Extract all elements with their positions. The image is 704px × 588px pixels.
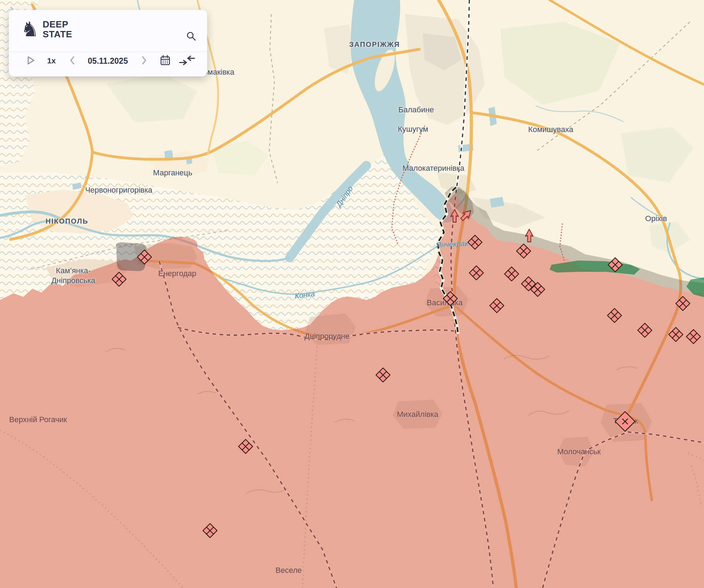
battle-marker[interactable] [137,250,152,264]
play-button[interactable] [26,55,36,68]
battle-marker[interactable] [686,330,700,344]
marker-layer [0,0,704,588]
chevron-left-icon [69,56,75,65]
battle-marker-single[interactable] [615,412,635,431]
play-icon [27,56,35,65]
logo-line2: STATE [43,29,72,39]
battle-marker[interactable] [239,439,253,453]
timeline-controls: 1x 05.11.2025 [9,51,207,76]
battle-marker[interactable] [112,272,126,286]
battle-marker[interactable] [669,327,683,342]
calendar-button[interactable] [159,54,172,69]
speed-button[interactable]: 1x [46,55,57,67]
deepstate-logo[interactable]: ♞ DEEP STATE [21,18,72,40]
battle-marker[interactable] [676,296,690,311]
control-panel: ♞ DEEP STATE 1x [9,10,207,76]
battle-marker[interactable] [638,323,652,337]
search-icon [186,31,197,42]
battle-marker[interactable] [469,266,483,280]
battle-marker[interactable] [468,235,482,249]
battle-marker[interactable] [490,299,504,313]
deepstate-map-app: ЗАПОРІЖЖЯБалабинеКушугумМалокатеринівкаК… [0,0,704,588]
calendar-icon [160,55,171,66]
search-button[interactable] [185,30,197,43]
battle-marker[interactable] [443,292,457,306]
battle-marker[interactable] [517,244,531,258]
battle-marker[interactable] [505,267,519,281]
next-day-button[interactable] [140,55,148,68]
collapse-timeline-button[interactable] [178,54,197,68]
advance-arrow [459,208,474,222]
date-display[interactable]: 05.11.2025 [88,56,128,66]
battle-marker[interactable] [607,308,622,323]
chevron-right-icon [141,56,147,65]
battle-marker[interactable] [376,368,390,382]
prev-day-button[interactable] [68,55,76,68]
battle-marker[interactable] [608,258,622,272]
advance-arrow [525,229,533,242]
logo-line1: DEEP [43,19,72,29]
logo-text: DEEP STATE [43,19,72,39]
merge-arrows-icon [179,55,195,66]
chess-knight-icon: ♞ [21,18,39,40]
battle-marker[interactable] [203,524,217,538]
advance-arrow [451,209,458,222]
